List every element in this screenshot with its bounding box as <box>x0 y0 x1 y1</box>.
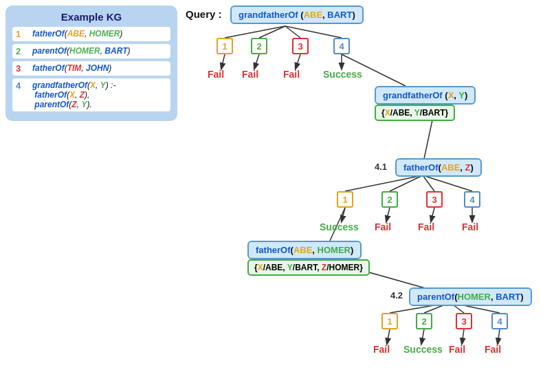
num-box-1b: 1 <box>337 191 353 208</box>
num-box-4a: 4 <box>333 38 350 54</box>
kg-fact-3: fatherOf(TIM, JOHN) <box>32 63 111 73</box>
grandfatherof-rule-node: grandfatherOf (X, Y) <box>375 86 476 105</box>
svg-line-14 <box>342 208 345 221</box>
svg-line-25 <box>421 329 424 344</box>
kg-num-4: 4 <box>16 80 28 91</box>
kg-row-1: 1 fatherOf(ABE, HOMER) <box>12 27 170 41</box>
fail-9: Fail <box>485 344 501 355</box>
kg-row-2: 2 parentOf(HOMER, BART) <box>12 44 170 58</box>
fail-2: Fail <box>242 69 258 80</box>
svg-line-4 <box>221 54 225 69</box>
kg-panel: Example KG 1 fatherOf(ABE, HOMER) 2 pare… <box>5 6 177 121</box>
query-label: Query : <box>186 8 222 20</box>
num-box-1c: 1 <box>381 313 398 329</box>
num-box-3b: 3 <box>426 191 443 208</box>
num-box-2a: 2 <box>251 38 267 54</box>
kg-row-4: 4 grandfatherOf(X, Y) :- fatherOf(X, Z),… <box>12 78 170 111</box>
svg-line-27 <box>498 329 500 344</box>
node-4-2: parentOf(HOMER, BART) <box>409 287 532 306</box>
kg-fact-1: fatherOf(ABE, HOMER) <box>32 29 122 39</box>
fail-6: Fail <box>462 221 478 232</box>
step-4-1-label: 4.1 <box>375 162 387 172</box>
svg-line-15 <box>386 208 390 221</box>
num-box-2b: 2 <box>381 191 398 208</box>
fail-5: Fail <box>418 221 434 232</box>
success-2: Success <box>320 221 359 232</box>
svg-line-0 <box>225 26 285 38</box>
kg-num-2: 2 <box>16 46 28 56</box>
subst-2: {X/ABE, Y/BART, Z/HOMER} <box>247 259 370 276</box>
query-node: grandfatherOf (ABE, BART) <box>230 6 364 24</box>
svg-line-3 <box>285 26 342 38</box>
num-box-1a: 1 <box>217 38 233 54</box>
kg-num-1: 1 <box>16 29 28 39</box>
kg-fact-2: parentOf(HOMER, BART) <box>32 46 130 56</box>
kg-title: Example KG <box>12 11 170 23</box>
subst-1: {X/ABE, Y/BART} <box>375 105 455 121</box>
fail-8: Fail <box>449 344 465 355</box>
fatherof-match-node: fatherOf(ABE, HOMER) <box>247 241 362 259</box>
svg-line-16 <box>431 208 434 221</box>
fail-4: Fail <box>375 221 391 232</box>
num-box-3c: 3 <box>456 313 472 329</box>
diagram-lines <box>179 0 543 392</box>
kg-fact-4: grandfatherOf(X, Y) :- fatherOf(X, Z), p… <box>32 80 115 109</box>
node-4-1: fatherOf(ABE, Z) <box>395 158 482 177</box>
svg-line-5 <box>254 54 259 69</box>
svg-line-1 <box>259 26 285 38</box>
num-box-4c: 4 <box>491 313 508 329</box>
num-box-3a: 3 <box>292 38 309 54</box>
step-4-2-label: 4.2 <box>390 290 403 301</box>
svg-line-10 <box>345 175 423 191</box>
success-3: Success <box>403 344 443 355</box>
svg-line-6 <box>296 54 300 69</box>
svg-line-2 <box>285 26 300 38</box>
svg-line-13 <box>423 175 472 191</box>
svg-line-11 <box>390 175 423 191</box>
num-box-4b: 4 <box>464 191 480 208</box>
kg-num-3: 3 <box>16 63 28 74</box>
svg-line-12 <box>423 175 434 191</box>
num-box-2c: 2 <box>416 313 432 329</box>
fail-7: Fail <box>373 344 390 355</box>
success-1: Success <box>323 69 362 80</box>
kg-row-3: 3 fatherOf(TIM, JOHN) <box>12 61 170 76</box>
svg-line-26 <box>462 329 464 344</box>
diagram: Query : grandfatherOf (ABE, BART) 1 2 3 … <box>179 0 543 392</box>
svg-line-24 <box>387 329 390 344</box>
fail-1: Fail <box>208 69 224 80</box>
fail-3: Fail <box>283 69 300 80</box>
